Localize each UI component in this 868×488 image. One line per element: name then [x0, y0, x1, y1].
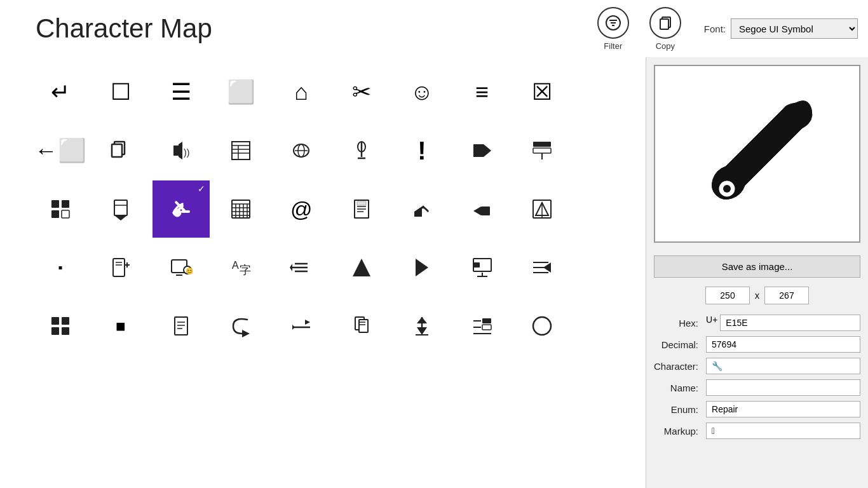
toolbar-icons: Filter Copy	[597, 7, 681, 51]
char-cell[interactable]: ▪	[32, 239, 89, 296]
char-cell[interactable]: ☐	[92, 64, 149, 121]
svg-marker-94	[292, 325, 295, 330]
filter-label: Filter	[604, 41, 622, 51]
char-cell[interactable]: ≡	[454, 64, 511, 121]
svg-marker-8	[173, 146, 179, 156]
char-cell[interactable]	[454, 122, 511, 179]
char-cell[interactable]	[212, 180, 269, 238]
char-preview	[654, 65, 860, 243]
char-cell[interactable]	[273, 239, 330, 296]
copy-icon	[649, 7, 681, 39]
svg-point-111	[723, 185, 731, 193]
width-input[interactable]	[705, 287, 750, 304]
svg-text:A: A	[232, 260, 239, 271]
char-cell[interactable]	[92, 239, 149, 296]
top-bar: Character Map Filter Copy	[0, 0, 868, 57]
svg-rect-84	[51, 317, 59, 325]
char-cell[interactable]	[393, 180, 451, 238]
char-cell[interactable]: ↵	[32, 64, 89, 121]
svg-rect-86	[51, 327, 59, 335]
decimal-value[interactable]	[706, 336, 860, 353]
char-cell[interactable]	[393, 239, 451, 296]
svg-marker-73	[290, 264, 292, 271]
char-cell[interactable]	[153, 297, 210, 355]
svg-rect-107	[482, 325, 491, 330]
char-cell[interactable]: ⬜	[212, 64, 269, 121]
char-cell[interactable]: ☒	[513, 64, 571, 121]
svg-marker-53	[414, 207, 422, 217]
save-as-image-button[interactable]: Save as image...	[654, 255, 860, 278]
char-cell[interactable]	[273, 122, 330, 179]
char-cell[interactable]: ✂	[333, 64, 390, 121]
char-cell[interactable]: ))	[153, 122, 210, 179]
char-cell[interactable]	[513, 239, 571, 296]
char-cell[interactable]	[333, 297, 390, 355]
char-cell[interactable]	[513, 180, 571, 238]
char-cell[interactable]	[273, 297, 330, 355]
char-cell[interactable]: ☺	[393, 64, 451, 121]
char-cell[interactable]	[212, 297, 269, 355]
svg-text:)): ))	[184, 147, 189, 158]
markup-label: Markup:	[654, 426, 701, 437]
main-content: ↵ ☐ ☰ ⬜ ⌂ ✂ ☺ ≡ ☒ ←⬜ ))	[0, 57, 868, 488]
height-input[interactable]	[764, 287, 809, 304]
svg-point-109	[533, 317, 551, 335]
char-cell[interactable]: ←⬜	[32, 122, 89, 179]
char-cell[interactable]	[333, 122, 390, 179]
char-cell-selected[interactable]	[153, 180, 210, 238]
char-cell[interactable]	[454, 180, 511, 238]
svg-rect-105	[482, 318, 491, 323]
char-cell[interactable]	[92, 180, 149, 238]
svg-rect-54	[481, 207, 490, 215]
svg-marker-101	[417, 327, 427, 335]
svg-text:字: 字	[240, 264, 251, 276]
copy-label: Copy	[656, 41, 675, 51]
svg-rect-25	[533, 148, 551, 153]
char-cell[interactable]	[454, 297, 511, 355]
character-value[interactable]	[706, 358, 860, 374]
char-cell[interactable]	[393, 297, 451, 355]
svg-marker-9	[179, 142, 182, 159]
char-cell[interactable]	[333, 180, 390, 238]
char-cell[interactable]	[32, 297, 89, 355]
char-cell[interactable]	[92, 122, 149, 179]
svg-rect-29	[51, 210, 59, 218]
char-cell[interactable]: !	[393, 122, 451, 179]
char-cell[interactable]	[212, 122, 269, 179]
info-grid: Hex: U+ Decimal: Character: Name: Enum: …	[654, 315, 860, 439]
char-cell[interactable]: 😊	[153, 239, 210, 296]
svg-rect-77	[473, 262, 480, 268]
hex-prefix: U+	[706, 315, 717, 331]
size-x-label: x	[755, 290, 759, 301]
svg-rect-52	[357, 201, 366, 205]
char-cell[interactable]: @	[273, 180, 330, 238]
char-cell[interactable]: A 字	[212, 239, 269, 296]
svg-marker-33	[114, 215, 127, 220]
svg-marker-103	[417, 317, 427, 323]
font-label: Font:	[704, 24, 726, 34]
name-label: Name:	[654, 383, 701, 393]
char-cell[interactable]	[513, 297, 571, 355]
markup-value[interactable]	[706, 423, 860, 439]
char-cell[interactable]	[513, 122, 571, 179]
app-title: Character Map	[10, 13, 212, 44]
svg-rect-7	[112, 144, 122, 157]
char-cell[interactable]: ⌂	[273, 64, 330, 121]
enum-value[interactable]	[706, 401, 860, 417]
hex-value[interactable]	[720, 315, 860, 331]
char-cell[interactable]	[32, 180, 89, 238]
copy-button[interactable]: Copy	[649, 7, 681, 51]
svg-rect-5	[660, 19, 668, 29]
font-select[interactable]: Segoe UI Symbol	[731, 18, 858, 39]
svg-marker-23	[484, 144, 491, 157]
name-value[interactable]	[706, 379, 860, 396]
char-cell[interactable]: ☰	[153, 64, 210, 121]
size-row: x	[654, 287, 860, 304]
filter-icon	[597, 7, 629, 39]
hex-label: Hex:	[654, 318, 701, 329]
svg-rect-11	[232, 142, 250, 159]
filter-button[interactable]: Filter	[597, 7, 629, 51]
char-cell[interactable]	[454, 239, 511, 296]
char-cell[interactable]	[333, 239, 390, 296]
char-cell[interactable]: ■	[92, 297, 149, 355]
